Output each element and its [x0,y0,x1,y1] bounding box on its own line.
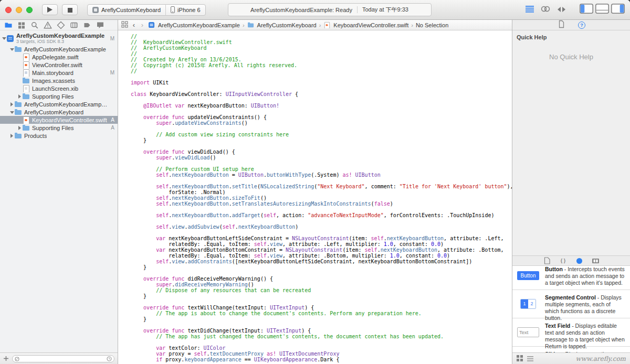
object-library-tab[interactable] [575,256,584,265]
disclosure-triangle[interactable] [9,47,15,52]
standard-editor-button[interactable] [523,5,537,15]
stop-button[interactable] [62,4,78,15]
assistant-editor-icon [540,5,551,15]
breadcrumb-item[interactable]: No Selection [416,22,448,28]
close-window-button[interactable] [5,7,12,13]
file-tree-item[interactable]: AppDelegate.swift [0,53,118,61]
inspector-selector-bar: ? [512,20,630,30]
standard-editor-icon [526,5,534,15]
code-line: // Add custom view sizing constraints he… [131,132,512,137]
filter-icon [15,354,19,363]
minimize-window-button[interactable] [16,7,22,13]
forward-button[interactable]: › [140,22,145,28]
status-badge: M [110,70,114,76]
recent-files-icon[interactable] [107,354,112,363]
disclosure-triangle[interactable] [2,36,7,41]
library-item[interactable]: ButtonButton - Intercepts touch events a… [512,266,630,290]
search-navigator-tab[interactable] [30,21,39,29]
scheme-target[interactable]: AreflyCustomKeyboard [88,7,165,13]
file-name: AreflyCustomKeyboardExample [24,46,106,52]
toggle-debug-area-button[interactable] [595,5,609,15]
issue-navigator-tab[interactable] [44,21,52,29]
test-navigator-tab[interactable] [57,21,65,29]
code-line: // Perform custom UI setup here [131,166,512,172]
breakpoint-navigator-tab[interactable] [83,21,91,29]
quick-help-inspector-tab[interactable]: ? [578,22,585,29]
code-line: // Created by Arefly on 13/6/2015. [131,57,512,62]
file-tree-item[interactable]: AreflyCustomKeyboardExample [0,45,118,53]
library-item[interactable]: TextText Field - Displays editable text … [512,318,630,347]
scheme-selector[interactable]: AreflyCustomKeyboard iPhone 6 [87,4,206,16]
grid-view-icon[interactable] [517,354,523,363]
run-button[interactable] [42,4,58,15]
code-line: self.nextKeyboardButton.setTitle(NSLocal… [131,184,512,189]
file-tree-item[interactable]: Main.storyboardM [0,69,118,77]
file-name: AppDelegate.swift [32,54,79,60]
media-library-tab[interactable] [592,256,600,265]
file-tree-item[interactable]: AreflyCustomKeyboardExample3 targets, iO… [0,31,118,45]
file-template-library-tab[interactable] [543,256,551,265]
code-line: override func textDidChange(textInput: U… [131,328,512,334]
breadcrumb-label: No Selection [416,22,448,28]
file-name: Products [24,133,47,139]
code-line: var nextKeyboardButtonLeftSideConstraint… [131,235,512,241]
toggle-navigator-button[interactable] [580,5,593,15]
file-tree-item[interactable]: ViewController.swift [0,61,118,69]
folder-icon [15,46,22,52]
disclosure-spacer [17,70,23,76]
toggle-utilities-button[interactable] [611,5,625,15]
back-button[interactable]: ‹ [131,22,136,28]
file-name: AreflyCustomKeyboardExample [16,33,104,39]
utilities-panel-icon [611,4,625,16]
code-line: var proxy = self.textDocumentProxy as! U… [131,351,512,357]
code-line: if proxy.keyboardAppearance == UIKeyboar… [131,357,512,362]
navigator-selector-bar [0,20,118,30]
destination-name: iPhone 6 [177,7,200,13]
add-button[interactable] [3,354,9,363]
file-tree-item[interactable]: Products [0,132,118,140]
debug-navigator-tab[interactable] [70,21,78,29]
source-editor[interactable]: //// KeyboardViewController.swift// Aref… [118,30,512,364]
zoom-window-button[interactable] [26,7,33,13]
breadcrumb-item[interactable]: AreflyCustomKeyboardExample [148,22,240,28]
symbol-navigator-tab[interactable] [17,21,26,29]
file-tree-item[interactable]: AreflyCustomKeyboard [0,108,118,116]
swift-icon [23,53,30,60]
run-destination[interactable]: iPhone 6 [166,6,205,13]
related-items-icon[interactable] [121,21,128,29]
breadcrumb-separator: › [411,22,413,28]
disclosure-triangle[interactable] [9,133,15,138]
code-line: class KeyboardViewController: UIInputVie… [131,91,512,97]
breadcrumb-item[interactable]: AreflyCustomKeyboard [247,22,317,28]
file-tree-item[interactable]: Supporting Files [0,92,118,100]
report-navigator-tab[interactable] [96,21,104,29]
version-editor-button[interactable] [554,5,568,15]
folder-icon [23,124,30,131]
file-name: Main.storyboard [32,70,74,76]
disclosure-triangle[interactable] [9,102,15,107]
code-line: // Dispose of any resources that can be … [131,287,512,293]
assistant-editor-button[interactable] [539,5,552,15]
file-inspector-tab[interactable] [557,20,565,30]
filter-field[interactable] [12,355,114,362]
file-tree-item[interactable]: Images.xcassets [0,77,118,84]
file-tree-item[interactable]: LaunchScreen.xib [0,84,118,92]
code-line: } [131,316,512,322]
breadcrumb-item[interactable]: KeyboardViewController.swift [323,22,408,28]
file-tree-item[interactable]: AreflyCustomKeyboardExampleTests [0,100,118,108]
library-item[interactable]: 12Segmented Control - Displays multiple … [512,290,630,318]
list-view-icon[interactable] [527,354,533,363]
file-tree-item[interactable]: Supporting FilesA [0,124,118,132]
disclosure-triangle[interactable] [17,94,23,99]
code-snippet-library-tab[interactable]: { } [559,256,568,265]
disclosure-triangle[interactable] [17,125,23,131]
toolbar-right-buttons [523,5,625,15]
file-tree-item[interactable]: KeyboardViewController.swiftA [0,116,118,124]
code-line: var nextKeyboardButtonBottomConstraint =… [131,247,512,253]
project-navigator-tab[interactable] [4,21,13,29]
breadcrumb: AreflyCustomKeyboardExample›AreflyCustom… [148,22,448,28]
breadcrumb-label: AreflyCustomKeyboard [257,22,317,28]
library-item-description: Text Field - Displays editable text and … [545,322,626,343]
disclosure-triangle[interactable] [9,110,15,115]
swift-icon [23,61,30,68]
